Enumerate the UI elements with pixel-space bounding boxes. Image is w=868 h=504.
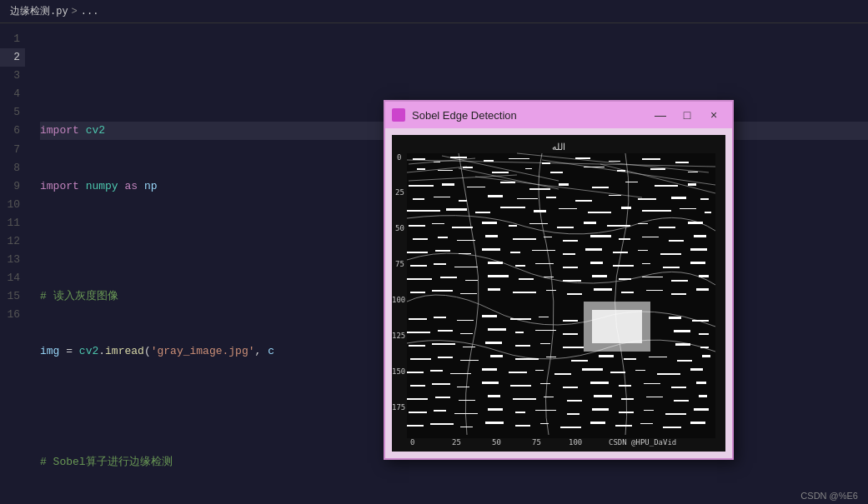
svg-rect-129: [613, 265, 634, 267]
svg-rect-211: [482, 382, 499, 384]
popup-body: الله 0 25 50 75 100 125 150 175 0 25 50 …: [385, 128, 732, 458]
svg-text:0: 0: [410, 438, 414, 447]
svg-rect-48: [617, 170, 625, 172]
svg-rect-137: [519, 278, 534, 280]
svg-rect-50: [688, 172, 698, 172]
svg-rect-119: [660, 253, 681, 255]
svg-rect-163: [563, 320, 578, 322]
svg-rect-70: [671, 197, 686, 199]
svg-rect-121: [410, 265, 427, 267]
svg-rect-214: [563, 387, 578, 388]
svg-rect-133: [407, 278, 432, 280]
svg-rect-145: [410, 292, 425, 293]
svg-rect-118: [638, 250, 648, 251]
svg-rect-106: [642, 237, 659, 237]
popup-window: Sobel Edge Detection — □ × الله 0 25: [384, 100, 734, 460]
svg-rect-191: [599, 355, 614, 357]
svg-rect-100: [485, 235, 498, 237]
breadcrumb: 边缘检测.py > ...: [0, 0, 868, 23]
svg-rect-77: [559, 208, 577, 209]
ln-7: 7: [0, 141, 25, 159]
svg-rect-148: [488, 288, 500, 291]
svg-rect-230: [674, 400, 689, 402]
svg-rect-116: [585, 248, 602, 251]
svg-rect-178: [485, 342, 502, 344]
svg-rect-252: [615, 425, 632, 427]
svg-rect-80: [642, 210, 671, 212]
ln-6: 6: [0, 122, 25, 140]
svg-rect-234: [454, 413, 478, 414]
svg-rect-213: [540, 383, 550, 384]
svg-rect-95: [659, 227, 675, 228]
svg-rect-126: [535, 263, 554, 264]
minimize-button[interactable]: —: [649, 106, 672, 124]
svg-rect-190: [571, 360, 588, 362]
svg-rect-68: [609, 195, 621, 196]
svg-rect-215: [590, 382, 609, 384]
svg-text:50: 50: [492, 438, 501, 447]
popup-titlebar: Sobel Edge Detection — □ ×: [385, 102, 732, 128]
code-editor: 边缘检测.py > ... 1 2 3 4 5 6 7 8 9 10 11 12…: [0, 0, 868, 504]
svg-rect-251: [590, 422, 605, 424]
svg-text:CSDN @HPU_DaVid: CSDN @HPU_DaVid: [609, 438, 676, 447]
svg-rect-73: [446, 208, 467, 211]
svg-rect-33: [450, 157, 467, 158]
svg-text:175: 175: [392, 403, 405, 412]
svg-rect-156: [696, 288, 709, 291]
svg-rect-39: [642, 158, 660, 160]
svg-rect-198: [450, 373, 471, 374]
svg-rect-245: [430, 423, 454, 425]
svg-rect-196: [407, 372, 424, 373]
close-button[interactable]: ×: [702, 106, 725, 124]
watermark: CSDN @%E6: [790, 487, 868, 504]
svg-rect-99: [457, 240, 475, 241]
svg-rect-205: [635, 370, 645, 371]
svg-rect-229: [646, 397, 663, 397]
svg-rect-88: [482, 222, 497, 224]
svg-rect-249: [540, 423, 549, 424]
svg-rect-34: [484, 160, 494, 162]
breadcrumb-separator: >: [72, 6, 78, 17]
svg-rect-224: [513, 398, 536, 400]
svg-rect-233: [434, 410, 446, 412]
svg-rect-41: [417, 168, 425, 170]
svg-rect-240: [619, 412, 634, 413]
maximize-button[interactable]: □: [675, 106, 699, 124]
svg-rect-185: [438, 357, 453, 358]
svg-rect-203: [582, 368, 603, 371]
svg-rect-75: [500, 207, 525, 208]
svg-rect-149: [513, 292, 536, 293]
svg-rect-134: [440, 277, 457, 278]
ln-2: 2: [0, 48, 25, 67]
svg-rect-150: [546, 290, 556, 291]
svg-rect-140: [592, 275, 607, 277]
svg-rect-158: [434, 317, 446, 318]
edge-canvas: الله 0 25 50 75 100 125 150 175 0 25 50 …: [392, 135, 725, 452]
svg-rect-52: [442, 183, 454, 186]
svg-text:75: 75: [532, 438, 541, 447]
svg-rect-67: [575, 200, 592, 202]
svg-rect-208: [410, 385, 425, 387]
ln-11: 11: [0, 214, 25, 232]
svg-text:25: 25: [395, 188, 404, 197]
svg-rect-87: [452, 227, 473, 228]
svg-rect-36: [542, 162, 550, 164]
svg-rect-218: [671, 387, 686, 388]
svg-rect-61: [413, 198, 424, 200]
svg-rect-157: [409, 318, 427, 320]
svg-rect-212: [510, 385, 531, 387]
svg-rect-146: [432, 290, 453, 292]
svg-rect-194: [677, 360, 692, 362]
svg-rect-122: [434, 263, 446, 265]
svg-rect-115: [563, 253, 575, 255]
ln-8: 8: [0, 159, 25, 177]
svg-rect-66: [546, 197, 556, 198]
svg-rect-128: [590, 262, 603, 264]
svg-rect-64: [488, 195, 503, 197]
svg-rect-143: [671, 280, 688, 282]
svg-rect-236: [515, 412, 525, 413]
svg-rect-195: [702, 355, 710, 357]
svg-rect-238: [567, 413, 580, 415]
svg-rect-207: [690, 368, 703, 371]
svg-rect-172: [563, 333, 578, 335]
